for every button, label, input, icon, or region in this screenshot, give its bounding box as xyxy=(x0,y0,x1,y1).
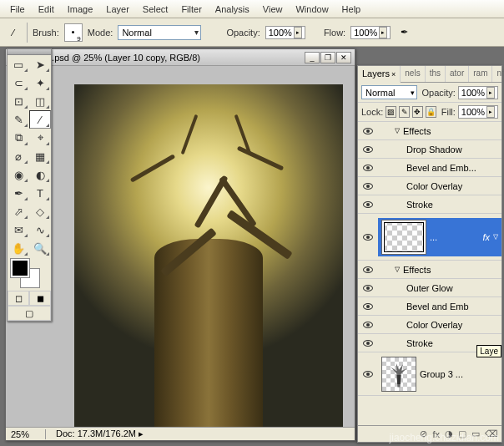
visibility-toggle[interactable] xyxy=(363,371,373,378)
tab-ator[interactable]: ator xyxy=(446,66,469,82)
visibility-toggle[interactable] xyxy=(363,285,373,291)
tab-layers[interactable]: Layers× xyxy=(358,66,401,83)
footer-icon-3[interactable]: ▢ xyxy=(458,428,466,439)
status-bar: 25% Doc: 17.3M/176.2M ▸ xyxy=(6,427,355,440)
canvas[interactable] xyxy=(74,84,343,428)
menu-analysis[interactable]: Analysis xyxy=(209,2,256,17)
menu-select[interactable]: Select xyxy=(136,2,175,17)
visibility-toggle[interactable] xyxy=(363,322,373,328)
visibility-toggle[interactable] xyxy=(363,146,373,153)
toolbox-handle[interactable] xyxy=(8,49,51,55)
crop-tool[interactable]: ⊡ xyxy=(8,92,29,110)
visibility-toggle[interactable] xyxy=(363,266,373,273)
foreground-color[interactable] xyxy=(11,259,29,277)
menu-window[interactable]: Window xyxy=(289,2,335,17)
shape-tool[interactable]: ◇ xyxy=(29,202,51,220)
tab-ram[interactable]: ram xyxy=(469,66,492,82)
brush-tool[interactable]: ⁄ xyxy=(29,110,51,129)
path-select-tool[interactable]: ⬀ xyxy=(8,202,29,220)
effect-item[interactable]: Color Overlay xyxy=(378,180,501,193)
magic-wand-tool[interactable]: ✦ xyxy=(29,73,51,92)
effects-header[interactable]: ▽ Effects xyxy=(378,263,501,276)
zoom-field[interactable]: 25% xyxy=(6,429,46,439)
lock-all-icon[interactable]: 🔒 xyxy=(426,106,436,118)
visibility-toggle[interactable] xyxy=(363,201,373,208)
color-swatches[interactable] xyxy=(8,257,51,291)
healing-tool[interactable]: ✎ xyxy=(8,110,29,129)
brush-picker[interactable]: 9 xyxy=(64,23,83,42)
eyedropper-tool[interactable]: ∿ xyxy=(29,220,51,239)
marquee-tool[interactable]: ▭ xyxy=(8,55,29,73)
menu-edit[interactable]: Edit xyxy=(32,2,61,17)
effect-item[interactable]: Bevel and Emb xyxy=(378,300,501,313)
document-title: _tree.psd @ 25% (Layer 10 copy, RGB/8) xyxy=(31,53,200,63)
tool-preset-icon[interactable]: ⁄ xyxy=(5,24,22,41)
standard-mode-icon[interactable]: ◻ xyxy=(8,291,29,306)
clone-tool[interactable]: ⧉ xyxy=(8,129,29,147)
visibility-toggle[interactable] xyxy=(363,340,373,347)
notes-tool[interactable]: ✉ xyxy=(8,220,29,239)
effects-header[interactable]: ▽ Effects xyxy=(378,124,501,138)
lasso-tool[interactable]: ⊂ xyxy=(8,73,29,92)
menu-image[interactable]: Image xyxy=(61,2,100,17)
layer-group[interactable]: Group 3 ... xyxy=(378,355,501,393)
lock-position-icon[interactable]: ✥ xyxy=(412,106,423,118)
eraser-tool[interactable]: ⌀ xyxy=(8,147,29,165)
effect-item[interactable]: Color Overlay xyxy=(378,318,501,332)
opacity-field[interactable]: 100%▸ xyxy=(265,26,305,39)
flow-arrow[interactable]: ▸ xyxy=(379,27,387,38)
footer-icon-1[interactable]: fx xyxy=(432,429,440,439)
hand-tool[interactable]: ✋ xyxy=(8,239,29,257)
layer-thumbnail[interactable] xyxy=(381,357,416,392)
effect-item[interactable]: Stroke xyxy=(378,198,501,211)
footer-icon-5[interactable]: ⌫ xyxy=(485,428,498,439)
opacity-label: Opacity: xyxy=(226,28,260,38)
effect-item[interactable]: Drop Shadow xyxy=(378,143,501,156)
document-titlebar[interactable]: Ps _tree.psd @ 25% (Layer 10 copy, RGB/8… xyxy=(6,49,355,66)
close-button[interactable]: ✕ xyxy=(336,52,351,63)
pen-tool[interactable]: ✒ xyxy=(8,184,29,202)
menu-file[interactable]: File xyxy=(3,2,32,17)
type-tool[interactable]: T xyxy=(29,184,51,202)
opacity-arrow[interactable]: ▸ xyxy=(294,27,302,38)
effect-item[interactable]: Outer Glow xyxy=(378,281,501,295)
lock-pixels-icon[interactable]: ✎ xyxy=(399,106,410,118)
blend-mode-combo[interactable]: Normal xyxy=(118,25,201,40)
slice-tool[interactable]: ◫ xyxy=(29,92,51,110)
blur-tool[interactable]: ◉ xyxy=(8,165,29,184)
lock-transparency-icon[interactable]: ▨ xyxy=(386,106,396,118)
effect-item[interactable]: Bevel and Emb... xyxy=(378,161,501,175)
layer-opacity-field[interactable]: 100%▸ xyxy=(458,86,498,99)
menu-help[interactable]: Help xyxy=(335,2,368,17)
maximize-button[interactable]: ❐ xyxy=(320,52,335,63)
minimize-button[interactable]: _ xyxy=(305,52,320,63)
layer-list: ▽ Effects Drop ShadowBevel and Emb...Col… xyxy=(358,122,501,431)
tab-nels[interactable]: nels xyxy=(401,66,425,82)
history-brush-tool[interactable]: ⌖ xyxy=(29,129,51,147)
visibility-toggle[interactable] xyxy=(363,128,373,134)
screen-mode-icon[interactable]: ▢ xyxy=(8,306,51,321)
visibility-toggle[interactable] xyxy=(363,165,373,171)
footer-icon-2[interactable]: ◑ xyxy=(445,428,453,439)
layer-fill-field[interactable]: 100%▸ xyxy=(458,105,498,119)
zoom-tool[interactable]: 🔍 xyxy=(29,239,51,257)
footer-icon-0[interactable]: ⊘ xyxy=(420,428,427,439)
visibility-toggle[interactable] xyxy=(363,183,373,190)
quickmask-mode-icon[interactable]: ◼ xyxy=(29,291,51,306)
visibility-toggle[interactable] xyxy=(363,303,373,310)
move-tool[interactable]: ➤ xyxy=(29,55,51,73)
visibility-toggle[interactable] xyxy=(363,234,373,241)
layer-selected[interactable]: ...fx▽ xyxy=(378,218,501,256)
footer-icon-4[interactable]: ▭ xyxy=(471,428,480,439)
menu-view[interactable]: View xyxy=(256,2,290,17)
flow-field[interactable]: 100%▸ xyxy=(350,26,391,39)
layer-blend-combo[interactable]: Normal xyxy=(361,85,417,99)
menu-filter[interactable]: Filter xyxy=(174,2,208,17)
dodge-tool[interactable]: ◐ xyxy=(29,165,51,184)
gradient-tool[interactable]: ▦ xyxy=(29,147,51,165)
tab-nfo[interactable]: nfo xyxy=(492,66,504,82)
airbrush-icon[interactable]: ✒ xyxy=(396,24,412,41)
layer-thumbnail[interactable] xyxy=(381,220,426,255)
menu-layer[interactable]: Layer xyxy=(99,2,136,17)
tab-ths[interactable]: ths xyxy=(426,66,446,82)
